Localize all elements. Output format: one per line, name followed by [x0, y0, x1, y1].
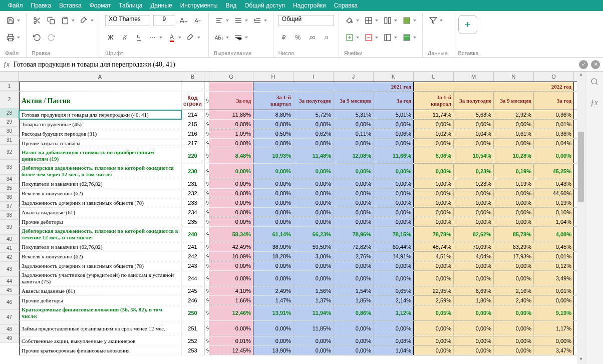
percent-icon[interactable]: %: [292, 32, 304, 43]
search-icon[interactable]: [589, 77, 599, 87]
decimal-inc-icon[interactable]: ,00: [307, 32, 318, 43]
insert-button[interactable]: +: [458, 15, 477, 34]
col-L[interactable]: L: [414, 72, 454, 81]
table-row[interactable]: Покупатели и заказчики (62,76,82) 241 ℅ …: [19, 242, 585, 252]
filter-icon[interactable]: [428, 15, 439, 26]
decimal-dec-icon[interactable]: ,0: [321, 32, 332, 43]
menu-data[interactable]: Данные: [146, 2, 176, 9]
align-v-icon[interactable]: [233, 15, 244, 26]
col-M[interactable]: M: [454, 72, 494, 81]
insert-cells-icon[interactable]: [344, 32, 355, 43]
formula-cancel-icon[interactable]: ✕: [591, 60, 600, 69]
number-format-select[interactable]: Общий: [278, 15, 334, 26]
fill-color-icon[interactable]: [344, 15, 355, 26]
undo-icon[interactable]: [32, 32, 43, 43]
scroll-down-icon[interactable]: ▼: [577, 356, 585, 364]
vertical-scrollbar[interactable]: ▲ ▼: [577, 72, 585, 364]
redo-icon[interactable]: [46, 32, 57, 43]
delete-cells-icon[interactable]: [363, 32, 374, 43]
function-panel-icon[interactable]: ƒx: [589, 98, 599, 108]
menu-file[interactable]: Файл: [4, 2, 27, 9]
col-G[interactable]: G: [209, 72, 253, 81]
table-row[interactable]: Расходы будущих периодов (31) 216 ℅ 1,09…: [19, 129, 585, 139]
ribbon-label-font: Шрифт: [105, 49, 203, 56]
menu-insert[interactable]: Вставка: [55, 2, 86, 9]
table-row[interactable]: Собственные акции, выкупленные у акционе…: [19, 336, 585, 346]
table-row[interactable]: Дебиторская задолженность, платежи по ко…: [19, 164, 585, 179]
table-row[interactable]: Задолженность дочерних и зависимых общес…: [19, 261, 585, 271]
cell-size-icon[interactable]: [382, 32, 393, 43]
format-painter-icon[interactable]: [79, 15, 90, 26]
cell-style-icon[interactable]: [401, 15, 412, 26]
spreadsheet-grid[interactable]: A B G H I J K L M N O 122829303132333435…: [0, 72, 585, 364]
align-h-icon[interactable]: [214, 15, 225, 26]
table-row[interactable]: Прочие дебиторы 246 ℅ 1,66%1,47%1,37%1,8…: [19, 296, 585, 305]
table-row[interactable]: Готовая продукция и товары для перепрода…: [19, 110, 585, 120]
fx-icon[interactable]: ƒx: [3, 61, 10, 68]
col-N[interactable]: N: [494, 72, 534, 81]
menu-tools[interactable]: Инструменты: [176, 2, 222, 9]
table-row[interactable]: Векселя к получению (62) 242 ℅ 10,09%18,…: [19, 252, 585, 261]
col-K[interactable]: K: [374, 72, 414, 81]
save-icon[interactable]: [5, 15, 16, 26]
font-color-icon[interactable]: A: [166, 32, 177, 43]
indent-icon[interactable]: [252, 15, 263, 26]
menu-edit[interactable]: Правка: [27, 2, 56, 9]
table-row[interactable]: Авансы выданные (61) 234 ℅ 0,00%0,00%0,0…: [19, 208, 585, 217]
col-I[interactable]: I: [293, 72, 334, 81]
menu-view[interactable]: Вид: [222, 2, 241, 9]
ribbon-group-data: Данные: [423, 13, 453, 57]
table-row[interactable]: Авансы выданные (61) 245 ℅ 4,10%2,49%1,5…: [19, 286, 585, 296]
scroll-thumb[interactable]: [578, 132, 584, 202]
border-icon[interactable]: [363, 15, 374, 26]
print-icon[interactable]: [5, 32, 16, 43]
col-A[interactable]: A: [19, 72, 181, 81]
table-row[interactable]: Дебиторская задолженность, платежи по ко…: [19, 227, 585, 242]
ribbon-label-cells: Ячейки: [344, 49, 417, 56]
text-direction-icon[interactable]: АБ↓: [214, 32, 225, 43]
col-B[interactable]: B: [181, 72, 204, 81]
menu-table[interactable]: Таблица: [115, 2, 146, 9]
menu-help[interactable]: Справка: [330, 2, 362, 9]
formula-input[interactable]: [14, 61, 579, 69]
bold-icon[interactable]: Ж: [105, 32, 116, 43]
svg-line-34: [596, 83, 597, 85]
menu-share[interactable]: Общий доступ: [240, 2, 289, 9]
table-row[interactable]: Краткосрочные финансовые вложения (56, 5…: [19, 305, 585, 321]
table-row[interactable]: Товары отгруженные (45) 215 ℅ 0,00%0,00%…: [19, 120, 585, 129]
ribbon-label-number: Число: [278, 49, 334, 56]
copy-icon[interactable]: [46, 15, 57, 26]
svg-line-5: [36, 19, 37, 21]
formula-accept-icon[interactable]: ✓: [579, 60, 588, 69]
col-H[interactable]: H: [253, 72, 293, 81]
table-row[interactable]: Налог на добавленную стоимость по приобр…: [19, 148, 585, 164]
cut-icon[interactable]: [32, 15, 43, 26]
font-family-select[interactable]: XO Thames: [105, 15, 150, 26]
table-row[interactable]: Векселя к получению (62) 232 ℅ 0,00%0,00…: [19, 189, 585, 198]
table-row[interactable]: Прочие дебиторы 235 ℅ 0,00%0,00%0,00%0,0…: [19, 217, 585, 227]
merge-icon[interactable]: [382, 15, 393, 26]
table-row[interactable]: Покупатели и заказчики (62,76,82) 231 ℅ …: [19, 179, 585, 189]
currency-icon[interactable]: ₽: [278, 32, 289, 43]
scroll-up-icon[interactable]: ▲: [577, 72, 585, 80]
wrap-text-icon[interactable]: [233, 32, 244, 43]
table-row[interactable]: Займы предоставленные организациям на ср…: [19, 321, 585, 336]
italic-icon[interactable]: К: [119, 32, 130, 43]
decrease-font-icon[interactable]: A−: [192, 15, 203, 26]
more-font-icon[interactable]: ⋯: [147, 32, 158, 43]
table-row[interactable]: Задолженность участников (учредителей) п…: [19, 271, 585, 286]
table-row[interactable]: Задолженность дочерних и зависимых общес…: [19, 198, 585, 208]
table-style-icon[interactable]: [401, 32, 412, 43]
ribbon-group-number: Общий ₽ % ,00 ,0 Число: [273, 13, 339, 57]
table-row[interactable]: Прочие затраты и запасы 217 ℅ 0,00%0,00%…: [19, 139, 585, 148]
col-J[interactable]: J: [334, 72, 374, 81]
menu-format[interactable]: Формат: [86, 2, 115, 9]
highlight-icon[interactable]: [185, 32, 196, 43]
underline-icon[interactable]: Ч: [133, 32, 144, 43]
menu-addons[interactable]: Надстройки: [289, 2, 330, 9]
table-row[interactable]: Прочие краткосрочные финансовые вложения…: [19, 346, 585, 355]
col-O[interactable]: O: [534, 72, 574, 81]
font-size-select[interactable]: 9: [153, 15, 175, 26]
paste-icon[interactable]: [60, 15, 71, 26]
increase-font-icon[interactable]: A+: [178, 15, 189, 26]
